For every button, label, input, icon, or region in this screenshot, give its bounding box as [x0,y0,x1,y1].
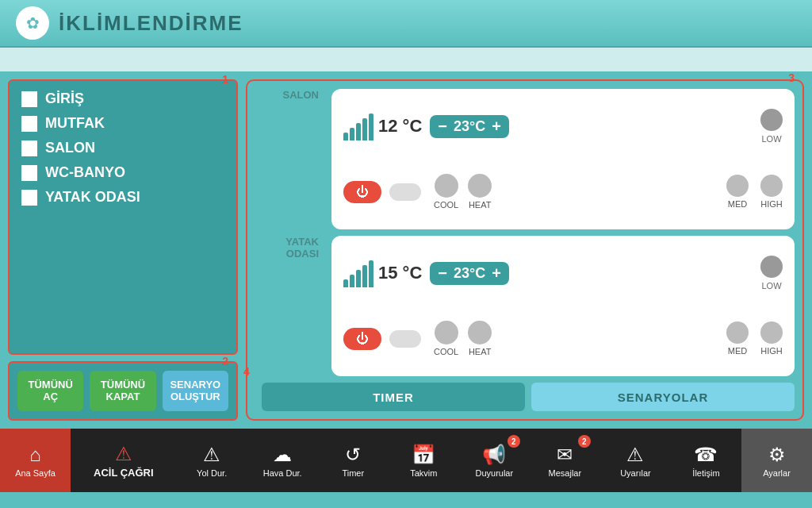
room-label-mutfak: MUTFAK [45,115,105,132]
action-buttons-box: 2 TÜMÜNÜ AÇ TÜMÜNÜ KAPAT SENARYO OLUŞTUR [8,361,238,421]
yatak-plus-button[interactable]: + [492,265,501,281]
salon-med-dot [726,175,749,197]
yatak-minus-button[interactable]: − [438,265,447,281]
yatak-heat-dot [468,321,492,344]
room-item-mutfak[interactable]: MUTFAK [21,115,224,132]
salon-high-item[interactable]: HIGH [760,175,783,209]
yatak-power-button[interactable]: ⏻ [343,328,381,350]
uyarilar-icon: ⚠ [626,444,644,466]
yatak-odasi-label: YATAK ODASI [255,236,327,376]
salon-minus-button[interactable]: − [438,118,447,134]
salon-cool-label: COOL [434,200,458,210]
salon-mode-buttons: COOL HEAT [434,174,492,210]
footer-item-duyurular[interactable]: 2 📢 Duyurular [459,429,530,492]
footer-label-takvim: Takvim [410,468,437,478]
room-checkbox-giris[interactable] [21,91,37,107]
room-label-salon: SALON [45,140,95,156]
salon-fan-low: LOW [760,109,783,144]
salon-toggle[interactable] [389,183,421,201]
footer-item-ayarlar[interactable]: ⚙ Ayarlar [741,429,812,492]
salon-current-temp: 12 °C [378,116,422,137]
iletisim-icon: ☎ [694,444,718,466]
yatak-high-dot [760,321,783,344]
salon-heat-button[interactable]: HEAT [468,174,492,210]
yatak-heat-label: HEAT [469,347,492,356]
left-panel: 1 GİRİŞ MUTFAK SALON WC-BANYO YATAK ODAS… [8,79,238,421]
yatak-power-icon: ⏻ [356,332,369,346]
footer-item-uyarilar[interactable]: ⚠ Uyarılar [600,429,671,492]
yatak-set-temp: 23°C [454,265,485,282]
yatak-temp-display: 15 °C [343,259,422,287]
yatak-cool-label: COOL [434,347,458,356]
footer-item-ana-sayfa[interactable]: ⌂ Ana Sayfa [0,429,71,492]
salon-med-label: MED [728,199,747,209]
salon-temp-control[interactable]: − 23°C + [430,115,509,138]
salon-cool-button[interactable]: COOL [434,174,458,210]
footer-label-timer: Timer [342,468,364,478]
salon-low-label: LOW [761,134,781,144]
section-1-num: 1 [222,73,228,86]
salon-power-button[interactable]: ⏻ [343,181,381,203]
footer-item-yol-dur[interactable]: ⚠ Yol Dur. [177,429,247,492]
salon-low-dot [760,109,783,131]
acil-warning-icon: ⚠ [115,443,132,465]
yatak-low-dot [760,256,783,278]
yol-dur-icon: ⚠ [203,444,220,466]
salon-fan-speed: MED HIGH [726,175,783,209]
footer-item-iletisim[interactable]: ☎ İletişim [671,429,741,492]
yatak-fan-low: LOW [760,256,783,291]
yatak-high-item[interactable]: HIGH [760,321,783,356]
yatak-cool-dot [435,321,458,344]
room-item-giris[interactable]: GİRİŞ [21,90,224,107]
room-item-wc-banyo[interactable]: WC-BANYO [21,164,224,181]
yatak-signal-icon [343,259,373,287]
footer-item-hava-dur[interactable]: ☁ Hava Dur. [247,429,318,492]
room-checkbox-wc[interactable] [21,165,37,181]
takvim-icon: 📅 [412,444,435,466]
timer-button[interactable]: TIMER [262,383,525,411]
hava-dur-icon: ☁ [273,444,292,466]
senaryolar-button[interactable]: SENARYOLAR [531,383,795,411]
home-icon: ⌂ [29,444,41,466]
salon-cool-dot [435,174,458,198]
senaryo-olustur-button[interactable]: SENARYO OLUŞTUR [163,371,228,411]
yatak-toggle[interactable] [389,330,421,348]
header-icon: ✿ [16,6,49,40]
footer-item-timer[interactable]: ↺ Timer [318,429,389,492]
salon-heat-label: HEAT [469,200,492,210]
footer-label-iletisim: İletişim [692,468,719,478]
room-label-wc: WC-BANYO [45,164,125,181]
salon-plus-button[interactable]: + [492,118,501,134]
room-checkbox-salon[interactable] [21,140,37,156]
room-checkbox-yatak[interactable] [21,190,37,206]
footer-label-ayarlar: Ayarlar [763,468,791,478]
duyurular-badge: 2 [508,435,520,448]
tumunu-ac-button[interactable]: TÜMÜNÜ AÇ [17,371,83,411]
footer-label-hava-dur: Hava Dur. [263,468,302,478]
salon-signal-icon [343,112,373,140]
yatak-med-label: MED [728,346,747,356]
room-label-yatak: YATAK ODASI [45,189,140,206]
yatak-temp-control[interactable]: − 23°C + [430,262,509,285]
header: ✿ İKLİMLENDİRME [0,0,812,48]
yatak-low-label: LOW [761,281,781,291]
footer-item-acil-cagri[interactable]: ⚠ ACİL ÇAĞRI [71,429,177,492]
salon-label: SALON [255,89,327,229]
section-4-num: 4 [243,365,250,378]
footer-item-mesajlar[interactable]: 2 ✉ Mesajlar [530,429,600,492]
room-checkbox-mutfak[interactable] [21,116,37,132]
bottom-buttons-row: 4 TIMER SENARYOLAR [255,383,795,411]
yatak-current-temp: 15 °C [378,263,422,283]
yatak-heat-button[interactable]: HEAT [468,321,492,356]
room-item-salon[interactable]: SALON [21,140,224,156]
room-item-yatak-odasi[interactable]: YATAK ODASI [21,189,224,206]
tumunu-kapat-button[interactable]: TÜMÜNÜ KAPAT [90,371,155,411]
yatak-fan-speed: MED HIGH [726,321,783,356]
yatak-odasi-control-card: 15 °C − 23°C + LOW ⏻ [331,236,795,376]
footer-item-takvim[interactable]: 📅 Takvim [389,429,459,492]
yatak-high-label: HIGH [760,346,783,356]
yatak-cool-button[interactable]: COOL [434,321,458,356]
salon-med-item[interactable]: MED [726,175,749,209]
yatak-med-item[interactable]: MED [726,321,749,356]
salon-control-card: 12 °C − 23°C + LOW [331,89,795,229]
